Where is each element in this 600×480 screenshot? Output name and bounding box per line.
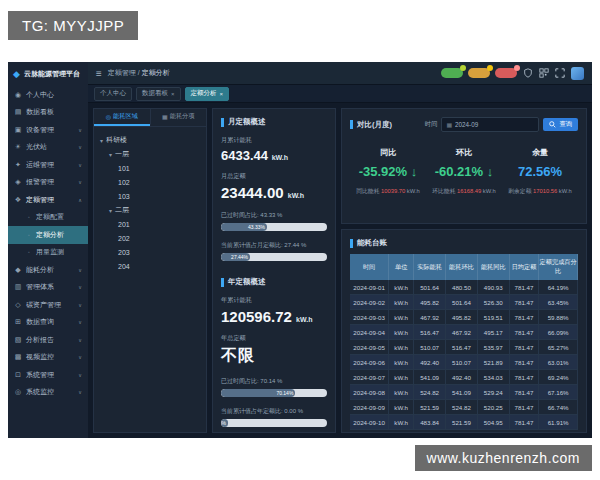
sidebar-item-定额配置[interactable]: ◦定额配置: [8, 209, 88, 227]
dot-icon: ◦: [26, 249, 32, 255]
table-row: 2024-09-08kW.h524.82541.09529.24781.4767…: [350, 385, 578, 400]
tree-node-一层[interactable]: ▾一层: [100, 147, 200, 161]
tree-node-102[interactable]: 102: [100, 175, 200, 189]
sidebar-item-报警管理[interactable]: ◈报警管理∨: [8, 174, 88, 192]
stat-同比: 同比-35.92% ↓同比能耗 10039.70 kW.h: [356, 147, 420, 196]
table-cell: 66.09%: [539, 325, 578, 340]
sidebar-item-个人中心[interactable]: ◉个人中心: [8, 86, 88, 104]
sidebar-item-设备管理[interactable]: ▣设备管理∨: [8, 121, 88, 139]
tree-tab-能耗区域[interactable]: ◎能耗区域: [94, 109, 150, 126]
tab-数据看板[interactable]: 数据看板×: [136, 87, 181, 101]
tree-node-科研楼[interactable]: ▾科研楼: [100, 133, 200, 147]
fullscreen-icon[interactable]: [555, 68, 565, 78]
year-quota-value: 不限: [221, 346, 327, 367]
table-cell: kW.h: [389, 385, 414, 400]
tree-node-202[interactable]: 202: [100, 231, 200, 245]
sidebar-item-定额管理[interactable]: ❖定额管理∧: [8, 191, 88, 209]
table-cell: 492.40: [414, 355, 446, 370]
sidebar-item-视频监控[interactable]: ▩视频监控∨: [8, 349, 88, 367]
sidebar-item-label: 数据看板: [26, 107, 54, 117]
sidebar-item-系统监控[interactable]: ◎系统监控∨: [8, 384, 88, 402]
tab-定额分析[interactable]: 定额分析×: [185, 87, 230, 101]
stat-sub-label: 环比能耗: [432, 188, 457, 194]
stat-sub-value: 10039.70: [381, 188, 405, 194]
alarm-status-pill[interactable]: [495, 68, 517, 78]
ops-icon: ✦: [14, 161, 22, 169]
tree-node-label: 201: [118, 221, 130, 228]
sidebar-item-系统管理[interactable]: ⊡系统管理∨: [8, 366, 88, 384]
sidebar-item-光伏站[interactable]: ☀光伏站∨: [8, 139, 88, 157]
sidebar-item-能耗分析[interactable]: ◆能耗分析∨: [8, 261, 88, 279]
progress-fill: 0%: [221, 419, 228, 427]
tree-node-二层[interactable]: ▾二层: [100, 203, 200, 217]
tree-node-204[interactable]: 204: [100, 259, 200, 273]
tree-node-103[interactable]: 103: [100, 189, 200, 203]
tree-node-label: 102: [118, 179, 130, 186]
sidebar-item-label: 碳资产管理: [26, 300, 61, 310]
month-progress-bar-0: 43.33%: [221, 223, 327, 231]
tg-watermark: TG: MYYJJPP: [8, 11, 138, 40]
sidebar-item-碳资产管理[interactable]: ◇碳资产管理∨: [8, 296, 88, 314]
system-icon: ⊡: [14, 371, 22, 379]
year-progress-group: 已过时间占比: 70.14 %70.14%当前累计值占年定额比: 0.00 %0…: [221, 377, 327, 427]
normal-status-pill[interactable]: [441, 68, 463, 78]
table-cell: 492.40: [446, 370, 478, 385]
time-filter-label: 时间: [425, 120, 438, 129]
quota-overview-panel: 月定额概述 月累计能耗 6433.44 kW.h 月总定额 23444.00 k…: [212, 108, 336, 433]
tree-tab-能耗分项[interactable]: ▦能耗分项: [150, 109, 207, 126]
sidebar-item-分析报告[interactable]: ▧分析报告∨: [8, 331, 88, 349]
tree-node-203[interactable]: 203: [100, 245, 200, 259]
tree-node-201[interactable]: 201: [100, 217, 200, 231]
column-header-能耗同比: 能耗同比: [477, 254, 509, 280]
dot-icon: ◦: [26, 214, 32, 220]
year-quota-label: 年总定额: [221, 334, 327, 343]
table-cell: 2024-09-06: [350, 355, 389, 370]
search-button[interactable]: 查询: [543, 118, 578, 131]
table-cell: 467.92: [446, 325, 478, 340]
sidebar-item-label: 光伏站: [26, 142, 47, 152]
sidebar-item-用量监测[interactable]: ◦用量监测: [8, 244, 88, 262]
close-tab-icon[interactable]: ×: [171, 91, 175, 97]
app-window: ◆ 云脉能源管理平台 ◉个人中心▤数据看板▣设备管理∨☀光伏站∨✦运维管理∨◈报…: [8, 62, 592, 438]
table-cell: 524.82: [446, 400, 478, 415]
tab-label: 个人中心: [100, 89, 126, 98]
sidebar-item-数据看板[interactable]: ▤数据看板: [8, 104, 88, 122]
stat-sub-label: 剩余定额: [508, 188, 533, 194]
shield-icon[interactable]: [523, 68, 533, 78]
table-row: 2024-09-02kW.h495.82501.64526.30781.4763…: [350, 295, 578, 310]
table-cell: 781.47: [509, 400, 539, 415]
sidebar-item-管理体系[interactable]: ▥管理体系∨: [8, 279, 88, 297]
sidebar-item-数据查询[interactable]: ⊞数据查询∨: [8, 314, 88, 332]
close-tab-icon[interactable]: ×: [220, 91, 224, 97]
table-cell: 495.82: [414, 295, 446, 310]
sidebar-item-定额分析[interactable]: ◦定额分析: [8, 226, 88, 244]
table-cell: 781.47: [509, 355, 539, 370]
table-cell: 69.24%: [539, 370, 578, 385]
tree-node-101[interactable]: 101: [100, 161, 200, 175]
quota-icon: ❖: [14, 196, 22, 204]
collapse-menu-icon[interactable]: ≡: [96, 68, 102, 79]
table-cell: 490.93: [477, 280, 509, 295]
tab-label: 数据看板: [142, 89, 168, 98]
region-icon: ◎: [106, 113, 111, 120]
table-cell: 495.82: [446, 310, 478, 325]
sidebar-item-运维管理[interactable]: ✦运维管理∨: [8, 156, 88, 174]
table-cell: 2024-09-08: [350, 385, 389, 400]
user-avatar[interactable]: [571, 67, 584, 80]
table-cell: 535.97: [477, 340, 509, 355]
tree-node-label: 一层: [115, 149, 129, 159]
warning-status-pill[interactable]: [468, 68, 490, 78]
qr-code-icon[interactable]: [539, 68, 549, 78]
table-row: 2024-09-06kW.h492.40510.07521.89781.4763…: [350, 355, 578, 370]
tab-个人中心[interactable]: 个人中心: [94, 87, 132, 101]
table-cell: 521.59: [446, 415, 478, 430]
month-date-picker[interactable]: ▦ 2024-09: [441, 117, 539, 132]
table-cell: 64.19%: [539, 280, 578, 295]
dashboard-icon: ▤: [14, 108, 22, 116]
solar-icon: ☀: [14, 143, 22, 151]
chevron-down-icon: ∨: [78, 372, 82, 378]
chevron-down-icon: ∨: [78, 354, 82, 360]
caret-down-icon: ▾: [100, 137, 103, 144]
table-cell: 781.47: [509, 325, 539, 340]
stat-value: -35.92% ↓: [356, 164, 420, 179]
